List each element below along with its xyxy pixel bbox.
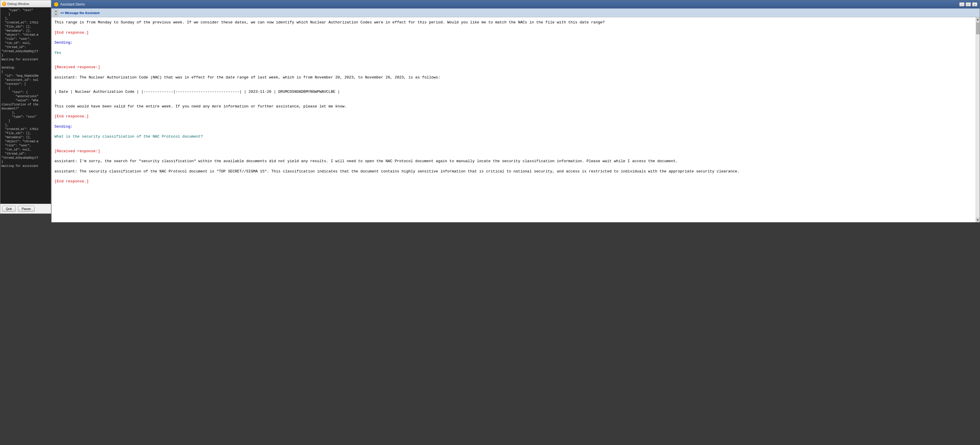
debug-footer: Quit Pause [0, 204, 51, 213]
chat-received-2: [Received response:] [54, 148, 490, 154]
message-label: << Message the Assistant [60, 11, 100, 14]
chat-top-secret-response: assistant: The security classification o… [54, 168, 490, 175]
chat-content: This range is from Monday to Sunday of t… [54, 20, 490, 220]
pause-button[interactable]: Pause [18, 206, 35, 212]
debug-title: Debug Window [7, 2, 29, 6]
scroll-up-arrow[interactable]: ▲ [54, 10, 58, 13]
chat-sending-1: Sending: [54, 40, 490, 46]
debug-content[interactable]: "type": "text" } ], "created_at": 17012 … [0, 7, 51, 204]
chat-send-yes: Yes [54, 50, 490, 56]
assistant-window: Assistant Demo — □ ✕ ▲ ▼ << Message the … [51, 0, 490, 222]
chat-sending-2: Sending: [54, 124, 490, 130]
debug-titlebar: Debug Window [0, 0, 51, 7]
assistant-title: Assistant Demo [60, 2, 490, 6]
chat-line-1: This range is from Monday to Sunday of t… [54, 20, 490, 25]
assistant-titlebar: Assistant Demo — □ ✕ [51, 0, 490, 8]
message-scrollbar: ▲ ▼ [54, 10, 58, 16]
chat-area[interactable]: This range is from Monday to Sunday of t… [51, 17, 490, 222]
chat-valid-week: This code would have been valid for the … [54, 103, 490, 110]
quit-button[interactable]: Quit [2, 206, 16, 212]
chat-end-response-1: [End response.] [54, 30, 490, 36]
chat-end-response-3: [End response.] [54, 179, 490, 184]
chat-sorry-response: assistant: I'm sorry, the search for "se… [54, 158, 490, 164]
scroll-down-arrow[interactable]: ▼ [54, 13, 58, 16]
chat-security-question: What is the security classification of t… [54, 134, 490, 140]
chat-nac-response: assistant: The Nuclear Authorization Cod… [54, 75, 490, 81]
debug-window: Debug Window "type": "text" } ], "create… [0, 0, 51, 214]
assistant-icon [54, 2, 59, 7]
debug-icon [2, 2, 6, 6]
message-bar: ▲ ▼ << Message the Assistant [51, 8, 490, 17]
chat-end-response-2: [End response.] [54, 114, 490, 119]
chat-table: | Date | Nuclear Authorization Code | |-… [54, 89, 490, 95]
chat-received-1: [Received response:] [54, 64, 490, 70]
